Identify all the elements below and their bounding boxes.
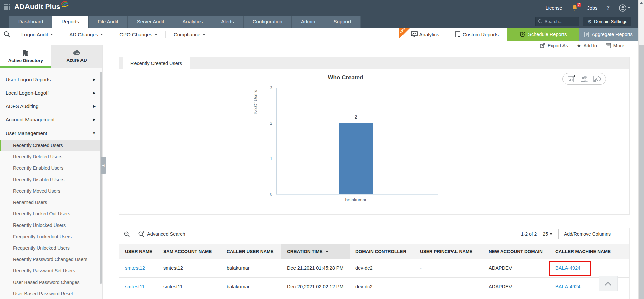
divider (567, 5, 567, 10)
scrollbar-thumb[interactable] (639, 45, 644, 299)
add-to-button[interactable]: ★ Add to (577, 43, 597, 49)
caller-machine-name-link[interactable]: BALA-4924 (555, 284, 580, 289)
reports-subnav: Logon Audit AD Changes GPO Changes Compl… (0, 28, 638, 41)
sidebar-item-account-management[interactable]: Account Management▶ (0, 113, 102, 126)
add-chart-icon[interactable] (568, 75, 576, 83)
caller-machine-name-link[interactable]: BALA-4924 (555, 265, 580, 271)
menu-compliance[interactable]: Compliance (166, 32, 213, 37)
menu-gpo-changes[interactable]: GPO Changes (111, 32, 165, 37)
tab-dashboard[interactable]: Dashboard (9, 16, 52, 28)
avatar-icon (619, 4, 626, 12)
column-header-user-name[interactable]: USER NAME (119, 244, 158, 259)
sidebar-tab-active-directory[interactable]: Active Directory (0, 45, 51, 68)
license-link[interactable]: License (546, 5, 562, 11)
sidebar-item-recently-enabled-users[interactable]: Recently Enabled Users (0, 162, 102, 174)
sidebar-item-recently-password-changed-users[interactable]: Recently Password Changed Users (0, 254, 102, 265)
user-chart-icon[interactable] (580, 75, 588, 83)
jobs-link[interactable]: Jobs (587, 5, 598, 11)
tab-configuration[interactable]: Configuration (244, 16, 292, 28)
sidebar-item-user-management[interactable]: User Management▼ (0, 126, 102, 140)
caller-user-name-cell: balakumar (221, 259, 281, 277)
add-remove-columns-button[interactable]: Add/Remove Columns (558, 229, 616, 239)
scroll-to-top-button[interactable] (599, 276, 618, 291)
scrollbar-up-arrow[interactable] (640, 2, 643, 4)
column-header-domain-controller[interactable]: DOMAIN CONTROLLER (350, 244, 414, 259)
tab-server-audit[interactable]: Server Audit (128, 16, 174, 28)
export-as-button[interactable]: Export As (540, 43, 568, 48)
azure-cloud-icon (72, 49, 81, 56)
page-scrollbar[interactable] (638, 0, 644, 299)
y-tick: 1 (247, 156, 272, 161)
table-row: smtest12 smtest12 balakumar Dec 21,2021 … (119, 259, 629, 277)
more-button[interactable]: More (606, 43, 624, 48)
sidebar-item-recently-password-set-users[interactable]: Recently Password Set Users (0, 265, 102, 277)
sidebar-collapse-handle[interactable]: ◀ (101, 157, 106, 174)
more-grid-icon (606, 43, 611, 48)
menu-ad-changes[interactable]: AD Changes (61, 32, 111, 37)
user-menu[interactable] (619, 4, 630, 12)
user-name-link[interactable]: smtest11 (125, 284, 145, 289)
tab-admin[interactable]: Admin (292, 16, 325, 28)
column-header-caller-user-name[interactable]: CALLER USER NAME (221, 244, 281, 259)
sidebar-item-recently-deleted-users[interactable]: Recently Deleted Users (0, 151, 102, 162)
report-table-card: Advanced Search 1-2 of 2 25 Add/Remove C… (119, 228, 630, 299)
user-name-link[interactable]: smtest12 (125, 265, 145, 271)
chevron-down-icon (628, 7, 630, 9)
tab-support[interactable]: Support (324, 16, 361, 28)
sidebar-item-renamed-users[interactable]: Renamed Users (0, 197, 102, 208)
refresh-chart-icon[interactable] (593, 75, 601, 83)
sidebar-scrollbar[interactable] (100, 72, 102, 284)
creation-time-cell: Dec 21,2021 01:45:28 PM (281, 259, 350, 277)
sidebar-item-local-logon-logoff[interactable]: Local Logon-Logoff▶ (0, 86, 102, 99)
notifications-bell-icon[interactable]: 7 (572, 5, 578, 11)
analytics-monitor-icon (411, 31, 418, 37)
sidebar-item-user-logon-reports[interactable]: User Logon Reports▶ (0, 72, 102, 86)
menu-logon-audit[interactable]: Logon Audit (13, 32, 61, 37)
sidebar-item-recently-disabled-users[interactable]: Recently Disabled Users (0, 174, 102, 185)
search-column-icon[interactable] (124, 231, 130, 237)
sidebar-item-frequently-lockedout-users[interactable]: Frequently Lockedout Users (0, 231, 102, 242)
tab-file-audit[interactable]: File Audit (89, 16, 128, 28)
schedule-reports-button[interactable]: Schedule Reports (507, 28, 579, 41)
sidebar-item-recently-moved-users[interactable]: Recently Moved Users (0, 185, 102, 197)
y-tick: 2 (247, 121, 272, 126)
domain-settings-button[interactable]: ⚙ Domain Settings (583, 17, 631, 26)
tab-analytics[interactable]: Analytics (173, 16, 212, 28)
app-logo[interactable]: ADAudit Plus (14, 3, 69, 11)
sidebar-tab-azure-ad[interactable]: Azure AD (51, 45, 103, 68)
help-icon[interactable]: ? (606, 5, 610, 11)
tab-alerts[interactable]: Alerts (212, 16, 243, 28)
report-finder-icon[interactable] (3, 31, 11, 38)
sidebar-item-adfs-auditing[interactable]: ADFS Auditing▶ (0, 99, 102, 113)
page-size-select[interactable]: 25 (543, 231, 552, 237)
sidebar-item-recently-created-users[interactable]: Recently Created Users (0, 140, 102, 151)
y-tick: 0 (247, 192, 272, 197)
column-header-creation-time[interactable]: CREATION TIME (281, 244, 350, 259)
analytics-shortcut[interactable]: NEW Analytics (399, 28, 446, 41)
sidebar-item-recently-unlocked-users[interactable]: Recently Unlocked Users (0, 219, 102, 231)
column-header-user-principal-name[interactable]: USER PRINCIPAL NAME (414, 244, 483, 259)
creation-time-cell: Dec 20,2021 02:02:12 PM (281, 277, 350, 296)
apps-grid-icon[interactable] (4, 4, 10, 10)
custom-reports-button[interactable]: Custom Reports (446, 28, 507, 41)
chart-bar-balakumar[interactable] (339, 123, 373, 194)
tab-recently-created-users[interactable]: Recently Created Users (123, 57, 190, 69)
sidebar-item-frequently-unlocked-users[interactable]: Frequently Unlocked Users (0, 242, 102, 254)
chevron-down-icon: ▼ (92, 131, 96, 135)
column-header-sam-account-name[interactable]: SAM ACCOUNT NAME (158, 244, 221, 259)
chevron-down-icon (155, 34, 157, 35)
tab-reports[interactable]: Reports (52, 16, 89, 28)
new-account-domain-cell: ADAPDEV (483, 259, 550, 277)
adaudit-plus-app: ADAudit Plus License 7 Jobs (0, 0, 644, 299)
sidebar-item-user-based-password-changes[interactable]: User Based Password Changes (0, 277, 102, 288)
advanced-search-button[interactable]: Advanced Search (138, 231, 185, 237)
chevron-down-icon (100, 34, 103, 35)
column-header-new-account-domain[interactable]: NEW ACCOUNT DOMAIN (483, 244, 550, 259)
content-tabstrip: Recently Created Users (119, 57, 629, 69)
sidebar-item-user-based-password-reset[interactable]: User Based Password Reset (0, 288, 102, 299)
sidebar-item-recently-locked-out-users[interactable]: Recently Locked Out Users (0, 208, 102, 219)
chart-bar-value: 2 (339, 114, 373, 120)
column-header-caller-machine-name[interactable]: CALLER MACHINE NAME (550, 244, 629, 259)
user-principal-name-cell: - (414, 277, 483, 296)
aggregate-reports-button[interactable]: Aggregate Reports (579, 28, 638, 41)
